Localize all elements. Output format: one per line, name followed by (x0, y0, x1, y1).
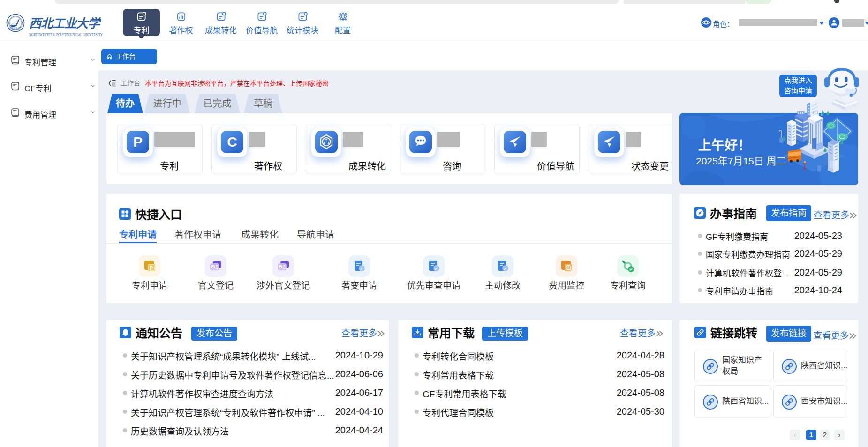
svg-text:P: P (133, 134, 143, 149)
svg-text:P: P (150, 265, 153, 271)
svg-text:P: P (629, 267, 633, 272)
svg-text:西北工业大学: 西北工业大学 (9, 27, 22, 30)
svg-text:C: C (227, 134, 237, 149)
